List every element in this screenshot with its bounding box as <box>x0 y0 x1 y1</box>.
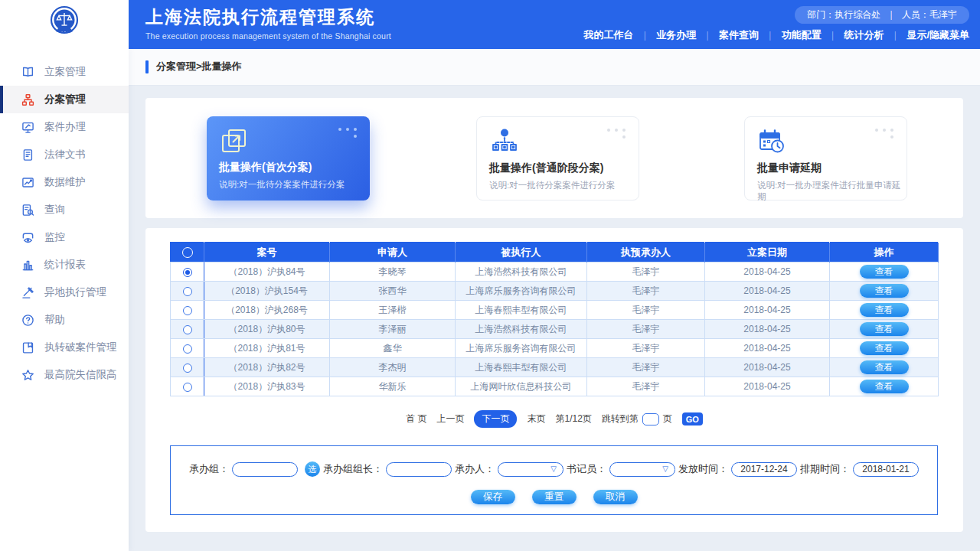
view-button[interactable]: 查看 <box>860 360 909 374</box>
search-doc-icon <box>21 204 34 217</box>
breadcrumb-accent-bar <box>145 60 149 73</box>
data-chart-icon <box>21 176 34 189</box>
jump-suffix-label: 页 <box>663 412 672 425</box>
assign-form-box: 承办组：选承办组组长：承办人：▽书记员：▽发放时间：2017-12-24排期时间… <box>170 445 938 515</box>
handler: 毛泽宇 <box>587 262 705 282</box>
sidebar-item-label: 监控 <box>44 230 65 244</box>
table-row-3[interactable]: （2018）沪执80号李泽丽上海浩然科技有限公司毛泽宇2018-04-25查看 <box>171 320 939 339</box>
form-field-2: 承办人：▽ <box>455 462 564 477</box>
dropdown-arrow-icon: ▽ <box>662 465 668 473</box>
help-circle-icon <box>21 314 34 327</box>
sidebar-item-3[interactable]: 法律文书 <box>0 141 129 168</box>
row-select-radio[interactable] <box>183 306 192 315</box>
table-row-6[interactable]: （2018）沪执83号华新乐上海网叶欣信息科技公司毛泽宇2018-04-25查看 <box>171 377 939 396</box>
view-button[interactable]: 查看 <box>860 265 909 279</box>
case-number: （2018）沪执84号 <box>204 262 330 282</box>
pagination-prev-button[interactable]: 上一页 <box>436 412 464 425</box>
sidebar-item-4[interactable]: 数据维护 <box>0 168 129 196</box>
nav-item-1[interactable]: 业务办理 <box>656 28 696 42</box>
pagination-first-button[interactable]: 首 页 <box>406 412 426 425</box>
view-button[interactable]: 查看 <box>860 303 909 317</box>
table-row-1[interactable]: （2018）沪执154号张西华上海席乐服务咨询有限公司毛泽宇2018-04-25… <box>171 282 939 301</box>
function-card-2[interactable]: 批量申请延期说明:对一批办理案件进行批量申请延期 <box>744 116 907 201</box>
row-select-radio[interactable] <box>183 268 192 277</box>
handler: 毛泽宇 <box>587 301 705 320</box>
row-select-radio[interactable] <box>183 383 192 392</box>
bar-chart-icon <box>21 259 34 272</box>
page-jump-input[interactable] <box>642 413 659 425</box>
go-button[interactable]: GO <box>682 412 703 425</box>
sidebar-item-7[interactable]: 统计报表 <box>0 251 129 279</box>
org-chart-icon <box>21 93 34 106</box>
save-button[interactable]: 保存 <box>471 490 515 504</box>
sidebar-item-label: 立案管理 <box>44 65 86 79</box>
sidebar-item-6[interactable]: 监控 <box>0 223 129 251</box>
card-title: 批量操作(普通阶段分案) <box>489 161 603 175</box>
view-button[interactable]: 查看 <box>860 341 909 355</box>
field-date-input[interactable]: 2018-01-21 <box>853 462 919 477</box>
assign-form-buttons: 保存重置取消 <box>171 490 937 504</box>
nav-separator: ｜ <box>891 29 900 42</box>
field-text-input[interactable] <box>386 462 452 477</box>
nav-separator: ｜ <box>828 29 838 42</box>
sidebar-item-label: 执转破案件管理 <box>44 341 117 354</box>
case-table: 案号申请人被执行人执预承办人立案日期操作（2018）沪执84号李晓琴上海浩然科技… <box>170 242 939 396</box>
respondent: 上海春熙丰型有限公司 <box>456 358 587 377</box>
select-all-radio[interactable] <box>182 247 193 258</box>
column-header: 被执行人 <box>456 243 587 262</box>
sidebar-item-0[interactable]: 立案管理 <box>0 58 129 86</box>
filing-date: 2018-04-25 <box>705 301 830 320</box>
row-select-radio[interactable] <box>183 325 192 334</box>
sidebar-item-1[interactable]: 分案管理 <box>0 86 129 113</box>
sidebar-item-2[interactable]: 案件办理 <box>0 113 129 141</box>
column-header: 执预承办人 <box>587 243 705 262</box>
nav-item-3[interactable]: 功能配置 <box>782 28 822 42</box>
respondent: 上海浩然科技有限公司 <box>456 262 587 282</box>
card-title: 批量操作(首次分案) <box>219 161 312 174</box>
sidebar-item-5[interactable]: 查询 <box>0 196 129 223</box>
field-text-input[interactable] <box>232 462 298 477</box>
view-button[interactable]: 查看 <box>860 322 909 336</box>
reset-button[interactable]: 重置 <box>532 490 577 504</box>
sidebar-item-8[interactable]: 异地执行管理 <box>0 279 129 306</box>
table-row-4[interactable]: （2018）沪执81号鑫华上海席乐服务咨询有限公司毛泽宇2018-04-25查看 <box>171 339 939 358</box>
dropdown-arrow-icon: ▽ <box>550 465 557 473</box>
nav-item-4[interactable]: 统计分析 <box>844 28 884 42</box>
card-description: 说明:对一批办理案件进行批量申请延期 <box>757 180 906 203</box>
view-button[interactable]: 查看 <box>860 284 909 298</box>
row-select-radio[interactable] <box>183 364 192 373</box>
table-row-5[interactable]: （2018）沪执82号李杰明上海春熙丰型有限公司毛泽宇2018-04-25查看 <box>171 358 939 377</box>
column-header: 案号 <box>204 243 330 262</box>
app-window: 上海法院执行流程管理系统 The execution process manag… <box>0 0 980 551</box>
card-description: 说明:对一批待分案案件进行分案 <box>489 180 615 191</box>
nav-item-0[interactable]: 我的工作台 <box>584 28 634 42</box>
table-row-2[interactable]: （2018）沪执268号王泽楷上海春熙丰型有限公司毛泽宇2018-04-25查看 <box>171 301 939 320</box>
star-icon <box>21 369 34 382</box>
pagination-next-button[interactable]: 下一页 <box>474 410 517 428</box>
table-row-0[interactable]: （2018）沪执84号李晓琴上海浩然科技有限公司毛泽宇2018-04-25查看 <box>171 262 939 282</box>
field-date-input[interactable]: 2017-12-24 <box>731 462 797 477</box>
field-dropdown[interactable]: ▽ <box>498 462 564 477</box>
pick-button[interactable]: 选 <box>305 461 320 477</box>
pagination-last-button[interactable]: 末页 <box>527 412 545 425</box>
nav-item-2[interactable]: 案件查询 <box>719 28 759 42</box>
row-select-radio[interactable] <box>183 287 192 296</box>
function-card-1[interactable]: 批量操作(普通阶段分案)说明:对一批待分案案件进行分案 <box>476 116 639 201</box>
filing-date: 2018-04-25 <box>705 377 830 396</box>
sidebar-item-label: 异地执行管理 <box>44 285 106 299</box>
sidebar-item-10[interactable]: 执转破案件管理 <box>0 334 129 361</box>
cancel-button[interactable]: 取消 <box>593 490 638 504</box>
nav-item-5[interactable]: 显示/隐藏菜单 <box>906 28 969 42</box>
view-button[interactable]: 查看 <box>860 380 909 393</box>
function-cards-panel: 批量操作(首次分案)说明:对一批待分案案件进行分案批量操作(普通阶段分案)说明:… <box>145 98 963 218</box>
user-pill-separator: ｜ <box>887 8 896 21</box>
archive-box-icon <box>21 341 34 354</box>
case-number: （2018）沪执154号 <box>204 282 330 301</box>
sidebar-item-label: 案件办理 <box>44 120 86 134</box>
function-card-0[interactable]: 批量操作(首次分案)说明:对一批待分案案件进行分案 <box>207 116 370 201</box>
sidebar-item-11[interactable]: 最高院失信限高 <box>0 361 129 389</box>
row-select-radio[interactable] <box>183 344 192 354</box>
sidebar-item-9[interactable]: 帮助 <box>0 306 129 334</box>
case-number: （2018）沪执81号 <box>204 339 330 358</box>
field-dropdown[interactable]: ▽ <box>609 462 675 477</box>
